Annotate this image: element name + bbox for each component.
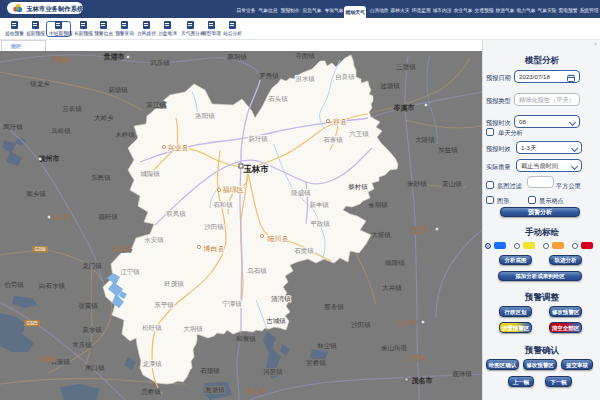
svg-text:南乡镇: 南乡镇 bbox=[26, 190, 46, 198]
svg-text:新丰镇: 新丰镇 bbox=[309, 201, 329, 208]
svg-text:清湾镇: 清湾镇 bbox=[271, 295, 291, 303]
svg-text:麻垌镇: 麻垌镇 bbox=[227, 53, 247, 61]
svg-text:大井镇: 大井镇 bbox=[382, 284, 402, 291]
svg-text:分界镇: 分界镇 bbox=[406, 354, 426, 361]
svg-text:石颈镇: 石颈镇 bbox=[200, 367, 220, 374]
svg-text:容县: 容县 bbox=[333, 118, 347, 125]
svg-text:江宁镇: 江宁镇 bbox=[120, 268, 140, 276]
svg-text:贵港市: 贵港市 bbox=[103, 52, 125, 61]
svg-text:金山街道: 金山街道 bbox=[381, 344, 408, 352]
svg-text:乌石镇: 乌石镇 bbox=[247, 267, 267, 275]
svg-text:龙潭镇: 龙潭镇 bbox=[142, 360, 162, 368]
svg-text:白石水镇: 白石水镇 bbox=[39, 282, 66, 290]
svg-text:观珠镇: 观珠镇 bbox=[452, 370, 472, 378]
svg-text:陆川县: 陆川县 bbox=[268, 235, 289, 242]
svg-text:茂名市: 茂名市 bbox=[411, 376, 433, 385]
svg-text:官桥镇: 官桥镇 bbox=[306, 359, 326, 366]
svg-text:合浦县: 合浦县 bbox=[36, 355, 56, 363]
svg-text:泉水镇: 泉水镇 bbox=[82, 326, 102, 333]
svg-text:福绵区: 福绵区 bbox=[223, 186, 244, 194]
svg-text:木梓镇: 木梓镇 bbox=[115, 131, 135, 138]
svg-text:龙门镇: 龙门镇 bbox=[82, 262, 102, 269]
svg-text:岑溪市: 岑溪市 bbox=[393, 103, 415, 112]
svg-text:亮桥镇: 亮桥镇 bbox=[141, 388, 161, 396]
svg-text:大垌镇: 大垌镇 bbox=[183, 325, 203, 333]
svg-text:黎村镇: 黎村镇 bbox=[348, 183, 368, 191]
svg-text:三堡镇: 三堡镇 bbox=[396, 63, 416, 70]
svg-text:大岭乡: 大岭乡 bbox=[94, 114, 114, 122]
svg-text:雅塘镇: 雅塘镇 bbox=[205, 386, 225, 394]
svg-text:福旺镇: 福旺镇 bbox=[98, 213, 118, 221]
svg-text:石头镇: 石头镇 bbox=[268, 95, 288, 103]
svg-text:伯劳镇: 伯劳镇 bbox=[4, 281, 24, 289]
svg-text:石寨镇: 石寨镇 bbox=[323, 136, 343, 143]
svg-text:旺茂镇: 旺茂镇 bbox=[164, 280, 184, 287]
svg-text:朱砂镇: 朱砂镇 bbox=[407, 180, 427, 187]
svg-text:武乐镇: 武乐镇 bbox=[149, 59, 170, 66]
svg-text:宁潭镇: 宁潭镇 bbox=[222, 300, 242, 308]
svg-text:G209: G209 bbox=[34, 247, 46, 252]
svg-text:玉林市: 玉林市 bbox=[243, 164, 269, 174]
svg-text:平政镇: 平政镇 bbox=[310, 220, 330, 227]
svg-text:河唇镇: 河唇镇 bbox=[263, 368, 283, 376]
svg-text:兴业县: 兴业县 bbox=[168, 144, 189, 152]
svg-text:大隆镇: 大隆镇 bbox=[415, 136, 435, 143]
svg-text:浪水镇: 浪水镇 bbox=[295, 75, 315, 83]
svg-text:茶山镇: 茶山镇 bbox=[441, 180, 462, 187]
svg-text:覃塘区: 覃塘区 bbox=[52, 56, 72, 64]
svg-text:博白县: 博白县 bbox=[204, 245, 225, 253]
svg-text:廉江市: 廉江市 bbox=[245, 387, 265, 395]
svg-text:新塘镇: 新塘镇 bbox=[108, 86, 128, 94]
svg-text:古城镇: 古城镇 bbox=[266, 317, 286, 325]
svg-text:自良镇: 自良镇 bbox=[335, 73, 355, 81]
svg-text:新圩镇: 新圩镇 bbox=[248, 135, 268, 142]
svg-text:镇隆镇: 镇隆镇 bbox=[384, 259, 405, 266]
svg-text:和寮镇: 和寮镇 bbox=[235, 335, 256, 342]
svg-text:双凤镇: 双凤镇 bbox=[166, 210, 186, 217]
svg-text:永安镇: 永安镇 bbox=[144, 236, 164, 243]
svg-text:大坡镇: 大坡镇 bbox=[371, 231, 391, 238]
svg-text:林尘镇: 林尘镇 bbox=[316, 342, 337, 349]
svg-text:湛江镇: 湛江镇 bbox=[146, 101, 166, 109]
svg-text:沙田镇: 沙田镇 bbox=[204, 223, 224, 231]
svg-text:城隍镇: 城隍镇 bbox=[140, 170, 160, 177]
svg-text:闸口镇: 闸口镇 bbox=[85, 364, 105, 372]
svg-text:罗秀镇: 罗秀镇 bbox=[259, 72, 279, 80]
svg-text:金垌镇: 金垌镇 bbox=[368, 201, 388, 209]
svg-text:六王镇: 六王镇 bbox=[349, 130, 369, 137]
svg-text:隆盛镇: 隆盛镇 bbox=[291, 189, 311, 196]
svg-text:灵山县: 灵山县 bbox=[50, 213, 70, 221]
svg-text:石和镇: 石和镇 bbox=[213, 201, 233, 208]
svg-text:镇龙乡: 镇龙乡 bbox=[29, 80, 50, 88]
svg-text:沙田镇: 沙田镇 bbox=[351, 321, 371, 329]
svg-text:陶圩镇: 陶圩镇 bbox=[3, 123, 23, 131]
svg-text:张黄镇: 张黄镇 bbox=[78, 302, 98, 310]
svg-text:石窝镇: 石窝镇 bbox=[294, 247, 314, 254]
svg-text:寺面镇: 寺面镇 bbox=[295, 52, 315, 59]
svg-text:浦北县: 浦北县 bbox=[112, 245, 132, 253]
svg-text:东平镇: 东平镇 bbox=[154, 301, 174, 308]
svg-text:乐民镇: 乐民镇 bbox=[91, 174, 111, 181]
svg-text:那务镇: 那务镇 bbox=[324, 303, 344, 311]
svg-text:云表镇: 云表镇 bbox=[62, 105, 82, 112]
svg-text:信宜市: 信宜市 bbox=[410, 226, 430, 234]
svg-text:加益镇: 加益镇 bbox=[438, 146, 458, 153]
svg-text:常乐镇: 常乐镇 bbox=[72, 341, 92, 348]
svg-text:马岭镇: 马岭镇 bbox=[51, 127, 71, 134]
svg-text:G325: G325 bbox=[26, 321, 38, 326]
svg-text:松旺镇: 松旺镇 bbox=[142, 324, 162, 331]
svg-text:高州市: 高州市 bbox=[397, 319, 417, 326]
svg-text:洛阳镇: 洛阳镇 bbox=[195, 112, 215, 120]
svg-text:波塘镇: 波塘镇 bbox=[380, 82, 400, 90]
